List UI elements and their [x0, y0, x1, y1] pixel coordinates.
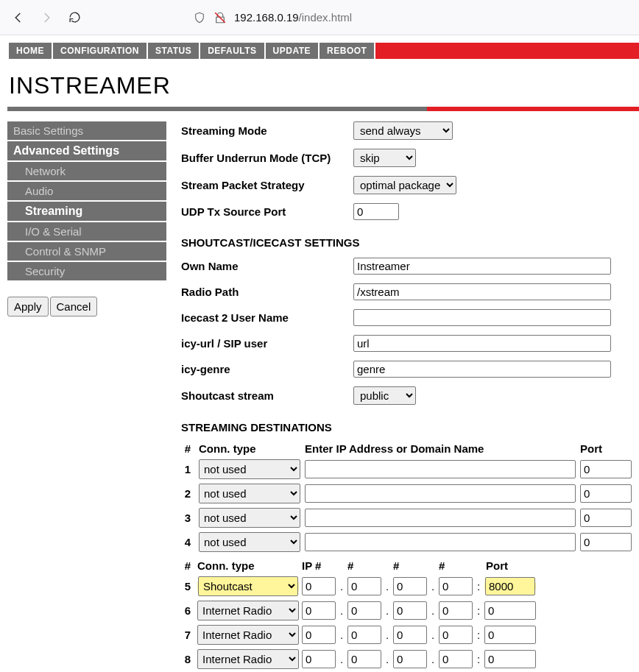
- dest-port-input[interactable]: [580, 460, 632, 478]
- content-area: Streaming Mode send always Buffer Underr…: [166, 121, 639, 672]
- dest-row-num: 6: [181, 604, 194, 617]
- dest-ip-octet-input[interactable]: [302, 650, 336, 668]
- sidebar-item-network[interactable]: Network: [7, 162, 166, 182]
- dest-conn-type-select[interactable]: not used: [199, 459, 300, 479]
- dest-ip-octet-input[interactable]: [302, 577, 336, 595]
- streaming-mode-select[interactable]: send always: [353, 121, 453, 140]
- dest-ip-octet-input[interactable]: [393, 650, 427, 668]
- buffer-underrun-select[interactable]: skip: [353, 149, 416, 167]
- sidebar-item-control-snmp[interactable]: Control & SNMP: [7, 242, 166, 262]
- dest-address-input[interactable]: [305, 460, 576, 478]
- sidebar-item-io-serial[interactable]: I/O & Serial: [7, 222, 166, 242]
- page-title: INSTREAMER: [0, 59, 639, 107]
- icy-genre-input[interactable]: [353, 361, 611, 378]
- dest-head2-h1: #: [347, 559, 381, 572]
- icecast-user-input[interactable]: [353, 309, 611, 326]
- url-text: 192.168.0.19/index.html: [234, 11, 352, 24]
- dest-row: 6Internet Radio...:: [181, 601, 632, 620]
- dest-head2-h3: #: [439, 559, 473, 572]
- udp-port-input[interactable]: [353, 203, 399, 220]
- dest-ip-octet-input[interactable]: [302, 626, 336, 644]
- dest-conn-type-select[interactable]: not used: [199, 484, 300, 503]
- menu-update[interactable]: UPDATE: [266, 43, 320, 59]
- dest-row: 5Shoutcast...:: [181, 576, 632, 596]
- dest-conn-type-select[interactable]: not used: [199, 508, 300, 528]
- dest-ip-octet-input[interactable]: [347, 626, 381, 644]
- dest-ip-octet-input[interactable]: [393, 601, 427, 620]
- dest-ip-octet-input[interactable]: [439, 626, 473, 644]
- top-menu: HOME CONFIGURATION STATUS DEFAULTS UPDAT…: [7, 43, 639, 59]
- udp-port-label: UDP Tx Source Port: [181, 205, 353, 218]
- dest-conn-type-select[interactable]: not used: [199, 532, 300, 552]
- dest-row: 1not used: [181, 459, 632, 479]
- dest-port-input[interactable]: [580, 484, 632, 503]
- dest-head-addr: Enter IP Address or Domain Name: [305, 442, 576, 455]
- dest-port-input[interactable]: [484, 650, 536, 668]
- menu-home[interactable]: HOME: [7, 43, 53, 59]
- menu-configuration[interactable]: CONFIGURATION: [53, 43, 148, 59]
- dest-head2-port: Port: [486, 559, 537, 572]
- menu-defaults[interactable]: DEFAULTS: [200, 43, 265, 59]
- radio-path-input[interactable]: [353, 283, 611, 300]
- dest-ip-octet-input[interactable]: [302, 601, 336, 620]
- sidebar-basic-settings[interactable]: Basic Settings: [7, 121, 166, 141]
- dest-row-num: 3: [181, 512, 194, 524]
- dest-address-input[interactable]: [305, 484, 576, 503]
- dest-port-input[interactable]: [484, 626, 536, 644]
- sidebar-item-audio[interactable]: Audio: [7, 182, 166, 202]
- dest-row-num: 1: [181, 463, 194, 475]
- icy-url-input[interactable]: [353, 335, 611, 352]
- dest-ip-octet-input[interactable]: [347, 577, 381, 595]
- title-separator: [7, 107, 639, 111]
- dest-row-num: 2: [181, 487, 194, 500]
- dest-conn-type-select[interactable]: Internet Radio: [197, 649, 299, 669]
- menu-reboot[interactable]: REBOOT: [320, 43, 375, 59]
- shoutcast-section-header: SHOUTCAST/ICECAST SETTINGS: [181, 236, 632, 249]
- dest-head2-h2: #: [393, 559, 427, 572]
- menu-status[interactable]: STATUS: [148, 43, 200, 59]
- sidebar-item-streaming[interactable]: Streaming: [7, 202, 166, 222]
- dest-ip-octet-input[interactable]: [439, 577, 473, 595]
- dest-port-input[interactable]: [580, 509, 632, 527]
- dest-ip-octet-input[interactable]: [347, 601, 381, 620]
- forward-button[interactable]: [34, 5, 59, 30]
- dest-ip-octet-input[interactable]: [347, 650, 381, 668]
- sidebar-item-security[interactable]: Security: [7, 262, 166, 282]
- insecure-lock-icon: [213, 11, 227, 24]
- dest-port-input[interactable]: [484, 601, 536, 620]
- packet-strategy-select[interactable]: optimal package: [353, 176, 456, 194]
- dest-conn-type-select[interactable]: Internet Radio: [197, 625, 299, 645]
- address-bar[interactable]: 192.168.0.19/index.html: [193, 11, 633, 24]
- dest-port-input[interactable]: [485, 577, 535, 595]
- dest-ip-octet-input[interactable]: [439, 601, 473, 620]
- reload-button[interactable]: [62, 5, 87, 30]
- cancel-button[interactable]: Cancel: [50, 297, 98, 316]
- dest-address-input[interactable]: [305, 533, 576, 551]
- apply-button[interactable]: Apply: [7, 297, 49, 316]
- dest-head-num: #: [181, 442, 194, 455]
- dest-row-num: 7: [181, 629, 194, 641]
- dest-ip-octet-input[interactable]: [439, 650, 473, 668]
- dest-conn-type-select[interactable]: Shoutcast: [198, 576, 298, 596]
- icecast-user-label: Icecast 2 User Name: [181, 311, 353, 324]
- shoutcast-stream-select[interactable]: public: [353, 386, 416, 405]
- dest-address-input[interactable]: [305, 509, 576, 527]
- dest-head2-num: #: [181, 559, 194, 572]
- url-path: /index.html: [299, 11, 353, 24]
- url-host: 192.168.0.19: [234, 11, 299, 24]
- browser-toolbar: 192.168.0.19/index.html: [0, 0, 639, 35]
- dest-ip-octet-input[interactable]: [393, 626, 427, 644]
- sidebar: Basic Settings Advanced Settings Network…: [7, 121, 166, 316]
- dest-row-num: 5: [181, 580, 194, 593]
- dest-row-num: 8: [181, 653, 194, 665]
- dest-table-header-2: # Conn. type IP # # # # Port: [181, 559, 632, 572]
- own-name-label: Own Name: [181, 260, 353, 272]
- dest-ip-octet-input[interactable]: [393, 577, 427, 595]
- back-button[interactable]: [6, 5, 31, 30]
- own-name-input[interactable]: [353, 258, 611, 275]
- icy-url-label: icy-url / SIP user: [181, 337, 353, 350]
- dest-row: 3not used: [181, 508, 632, 528]
- dest-port-input[interactable]: [580, 533, 632, 551]
- sidebar-advanced-settings[interactable]: Advanced Settings: [7, 141, 166, 162]
- dest-conn-type-select[interactable]: Internet Radio: [197, 601, 299, 620]
